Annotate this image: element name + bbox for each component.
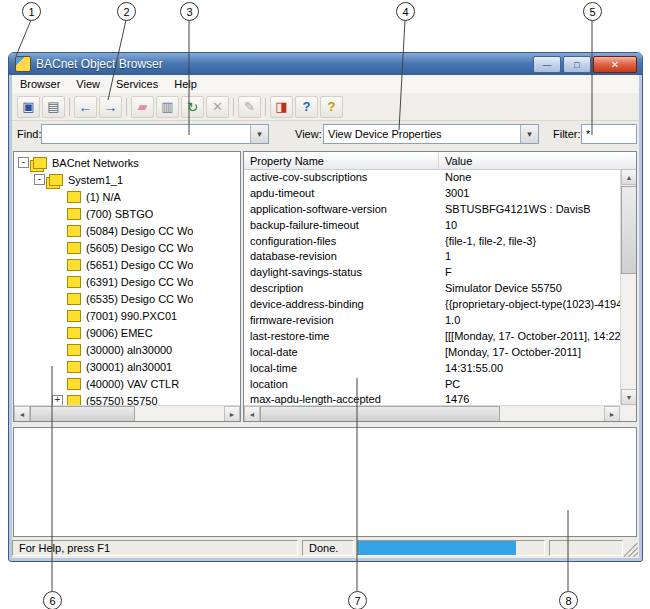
callout-6: 6 [43,591,62,609]
find-combobox[interactable]: ▾ [41,124,269,144]
scroll-left-icon[interactable]: ◄ [14,406,30,422]
property-name-header[interactable]: Property Name [244,152,439,169]
network-tree-pane[interactable]: - BACnet Networks - System1_1 (1) N/A (7… [13,151,241,422]
tree-item[interactable]: (30001) aln30001 [14,358,240,375]
menu-services[interactable]: Services [108,77,166,91]
property-row[interactable]: local-date[Monday, 17- October-2011] [244,344,620,360]
figure: 1 2 3 4 5 6 7 8 BACnet Object Browser — … [0,0,650,609]
property-row[interactable]: active-cov-subscriptionsNone [244,169,620,185]
property-row[interactable]: backup-failure-timeout10 [244,217,620,233]
scroll-right-icon[interactable]: ► [604,406,620,422]
help-context-icon[interactable]: ? [295,96,318,118]
property-row[interactable]: locationPC [244,376,620,392]
property-row[interactable]: firmware-revision1.0 [244,312,620,328]
scroll-down-icon[interactable]: ▼ [621,389,637,405]
properties-vertical-scrollbar[interactable]: ▲ ▼ [620,169,636,405]
back-icon[interactable]: ← [74,96,97,118]
tree-item-label: System1_1 [68,174,123,186]
device-icon[interactable]: ◨ [270,96,293,118]
tree-item[interactable]: (5605) Desigo CC Wo [14,239,240,256]
dropdown-arrow-icon[interactable]: ▾ [250,125,268,143]
expand-icon[interactable]: + [52,395,63,405]
value-header[interactable]: Value [439,152,636,169]
property-row[interactable]: application-software-versionSBTUSBFG4121… [244,201,620,217]
tree-item-system[interactable]: - System1_1 [14,171,240,188]
property-row[interactable]: database-revision1 [244,248,620,264]
delete-icon[interactable]: ✕ [206,96,229,118]
toolbar-separator [265,98,266,116]
refresh-icon[interactable]: ↻ [181,96,204,118]
collapse-icon[interactable]: - [18,157,29,168]
scroll-up-icon[interactable]: ▲ [621,169,637,185]
find-label: Find: [17,124,41,144]
device-node-icon [67,310,81,322]
scroll-left-icon[interactable]: ◄ [244,406,260,422]
property-value: {file-1, file-2, file-3} [439,235,620,247]
menu-bar: Browser View Services Help [12,75,639,94]
callout-8: 8 [559,591,578,609]
forward-icon[interactable]: → [99,96,122,118]
tree-item-label: (30000) aln30000 [86,344,172,356]
tree-item[interactable]: (5651) Desigo CC Wo [14,256,240,273]
property-row[interactable]: configuration-files{file-1, file-2, file… [244,233,620,249]
menu-browser[interactable]: Browser [12,77,68,91]
callout-7: 7 [348,591,367,609]
tree-item[interactable]: (40000) VAV CTLR [14,375,240,392]
help-icon[interactable]: ? [320,96,343,118]
tree-item[interactable]: (7001) 990.PXC01 [14,307,240,324]
tree-horizontal-scrollbar[interactable]: ◄ ► [14,405,240,421]
scrollbar-thumb[interactable] [260,406,500,422]
tree-item[interactable]: (5084) Desigo CC Wo [14,222,240,239]
device-node-icon [67,293,81,305]
property-row[interactable]: max-apdu-length-accepted1476 [244,391,620,405]
tree-item-root[interactable]: - BACnet Networks [14,154,240,171]
properties-horizontal-scrollbar[interactable]: ◄ ► [244,405,620,421]
tree-item[interactable]: (6535) Desigo CC Wo [14,290,240,307]
property-row[interactable]: local-time14:31:55.00 [244,360,620,376]
tree-item[interactable]: (6391) Desigo CC Wo [14,273,240,290]
status-help-panel: For Help, press F1 [12,540,298,556]
tree-item-label: (6391) Desigo CC Wo [86,276,193,288]
edit-icon[interactable]: ✎ [238,96,261,118]
property-row[interactable]: apdu-timeout3001 [244,185,620,201]
property-row[interactable]: descriptionSimulator Device 55750 [244,280,620,296]
properties-pane[interactable]: Property Name Value active-cov-subscript… [243,151,637,422]
scroll-right-icon[interactable]: ► [224,406,240,422]
network-icon [49,174,63,186]
erase-icon[interactable]: ▰ [131,96,154,118]
tree-item-label: (6535) Desigo CC Wo [86,293,193,305]
scrollbar-corner [620,405,636,421]
tree-item[interactable]: (700) SBTGO [14,205,240,222]
preview-icon[interactable]: ▥ [156,96,179,118]
menu-help[interactable]: Help [166,77,205,91]
tree-item[interactable]: (30000) aln30000 [14,341,240,358]
tree-item[interactable]: (1) N/A [14,188,240,205]
minimize-button[interactable]: — [533,56,561,73]
title-bar[interactable]: BACnet Object Browser — □ ✕ [9,53,642,75]
collapse-icon[interactable]: - [34,174,45,185]
menu-view[interactable]: View [68,77,108,91]
save-icon[interactable]: ▣ [17,96,40,118]
tree-item[interactable]: +(55750) 55750 [14,392,240,405]
property-row[interactable]: daylight-savings-statusF [244,264,620,280]
resize-grip-icon[interactable] [624,543,638,557]
toolbar-separator [233,98,234,116]
close-button[interactable]: ✕ [593,56,637,73]
device-node-icon [67,242,81,254]
tree-item-label: (1) N/A [86,191,121,203]
print-icon[interactable]: ▤ [42,96,65,118]
scrollbar-thumb[interactable] [621,186,637,274]
view-selected-value: View Device Properties [324,125,520,143]
dropdown-arrow-icon[interactable]: ▾ [520,125,538,143]
scrollbar-thumb[interactable] [30,406,135,422]
property-row[interactable]: device-address-binding{{proprietary-obje… [244,296,620,312]
filter-input[interactable] [581,124,637,144]
property-name: database-revision [244,250,439,262]
property-value: 1476 [439,393,620,405]
view-combobox[interactable]: View Device Properties ▾ [323,124,539,144]
tree-item[interactable]: (9006) EMEC [14,324,240,341]
property-row[interactable]: last-restore-time[[[Monday, 17- October-… [244,328,620,344]
property-name: apdu-timeout [244,187,439,199]
maximize-button[interactable]: □ [563,56,591,73]
find-input[interactable] [42,125,250,143]
